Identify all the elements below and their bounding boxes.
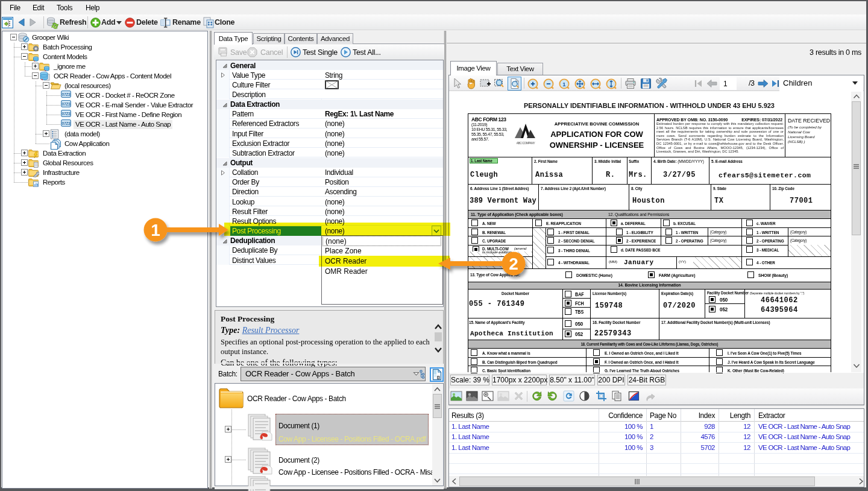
svg-text:07Z3: 07Z3 bbox=[62, 102, 71, 106]
svg-text:1: 1 bbox=[562, 81, 565, 87]
svg-text:07Z3: 07Z3 bbox=[62, 121, 71, 125]
svg-text:1: 1 bbox=[151, 221, 160, 239]
svg-text:2: 2 bbox=[509, 255, 518, 273]
svg-text:07Z3: 07Z3 bbox=[62, 112, 71, 116]
svg-text:07Z3: 07Z3 bbox=[62, 92, 71, 97]
